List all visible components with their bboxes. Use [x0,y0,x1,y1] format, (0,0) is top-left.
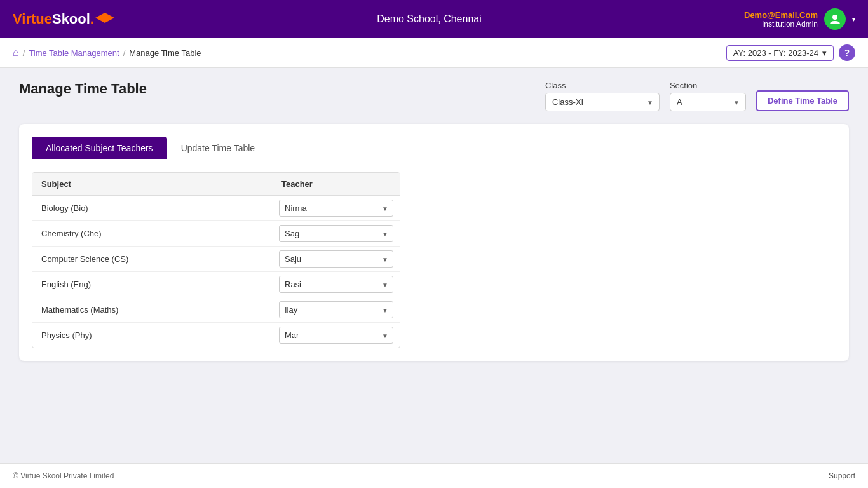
avatar[interactable] [824,8,846,30]
user-dropdown-arrow[interactable]: ▾ [852,16,855,23]
class-label: Class [545,81,660,90]
class-select-wrapper: Class-XI Class-X Class-XII [545,93,660,111]
table-row: English (Eng) Rasi [32,272,400,297]
user-icon [829,13,841,25]
support-link[interactable]: Support [829,471,855,480]
header-user-area: Demo@Email.Com Institution Admin ▾ [744,8,855,30]
table-header: Subject Teacher [32,173,400,196]
teacher-cell: Nirma [273,196,400,220]
breadcrumb: ⌂ / Time Table Management / Manage Time … [13,47,201,58]
breadcrumb-current: Manage Time Table [129,48,201,58]
teacher-select-chemistry[interactable]: Sag [279,225,393,242]
subject-teacher-table: Subject Teacher Biology (Bio) Nirma Chem… [32,172,400,348]
col-teacher-header: Teacher [273,173,400,195]
logo-skool: Skool [52,11,90,27]
svg-rect-1 [102,18,107,22]
user-role: Institution Admin [744,20,818,29]
fy-label: AY: 2023 - FY: 2023-24 [733,48,818,58]
breadcrumb-bar: ⌂ / Time Table Management / Manage Time … [0,38,868,68]
footer: © Virtue Skool Private Limited Support [0,463,868,488]
teacher-select-cs[interactable]: Saju [279,250,393,268]
home-icon[interactable]: ⌂ [13,47,19,58]
table-row: Biology (Bio) Nirma [32,196,400,221]
user-email: Demo@Email.Com [744,10,818,20]
logo-hat-icon [95,11,114,23]
teacher-cell: Rasi [273,272,400,297]
fy-arrow-icon: ▾ [822,48,827,58]
subject-cell: English (Eng) [32,273,273,295]
table-row: Mathematics (Maths) Ilay [32,297,400,323]
teacher-select-biology[interactable]: Nirma [279,200,393,217]
logo-virtue: Virtue [13,11,52,27]
teacher-select-english[interactable]: Rasi [279,276,393,293]
define-timetable-button[interactable]: Define Time Table [756,90,849,111]
subject-cell: Physics (Phy) [32,324,273,346]
teacher-cell: Sag [273,221,400,246]
subject-cell: Chemistry (Che) [32,222,273,245]
col-subject-header: Subject [32,173,273,195]
svg-point-2 [832,15,837,20]
fy-badge[interactable]: AY: 2023 - FY: 2023-24 ▾ [726,45,834,61]
subject-cell: Mathematics (Maths) [32,299,273,321]
subject-cell: Biology (Bio) [32,197,273,219]
section-label: Section [670,81,746,90]
table-row: Chemistry (Che) Sag [32,221,400,247]
teacher-select-physics[interactable]: Mar [279,327,393,344]
main-content: Manage Time Table Class Class-XI Class-X… [0,68,868,463]
table-row: Physics (Phy) Mar [32,323,400,348]
tab-allocated-teachers[interactable]: Allocated Subject Teachers [32,137,167,159]
page-title: Manage Time Table [19,81,147,97]
copyright: © Virtue Skool Private Limited [13,471,114,480]
section-select[interactable]: A B C [670,93,746,111]
user-info: Demo@Email.Com Institution Admin [744,10,818,29]
teacher-cell: Mar [273,323,400,348]
teacher-cell: Saju [273,247,400,271]
class-select[interactable]: Class-XI Class-X Class-XII [545,93,660,111]
section-field-group: Section A B C [670,81,746,111]
logo: VirtueSkool. [13,11,114,27]
breadcrumb-timetable-link[interactable]: Time Table Management [29,48,119,58]
app-header: VirtueSkool. Demo School, Chennai Demo@E… [0,0,868,38]
logo-dot: . [90,11,94,27]
section-select-wrapper: A B C [670,93,746,111]
class-field-group: Class Class-XI Class-X Class-XII [545,81,660,111]
teacher-select-maths[interactable]: Ilay [279,301,393,318]
breadcrumb-right: AY: 2023 - FY: 2023-24 ▾ ? [726,44,855,61]
teacher-cell: Ilay [273,297,400,322]
tab-update-timetable[interactable]: Update Time Table [167,137,269,159]
subject-cell: Computer Science (CS) [32,248,273,270]
school-name: Demo School, Chennai [377,13,482,25]
main-card: Allocated Subject Teachers Update Time T… [19,124,849,361]
controls-row: Class Class-XI Class-X Class-XII Section… [545,81,849,111]
tabs-row: Allocated Subject Teachers Update Time T… [32,137,836,159]
help-button[interactable]: ? [839,44,855,61]
table-row: Computer Science (CS) Saju [32,247,400,272]
